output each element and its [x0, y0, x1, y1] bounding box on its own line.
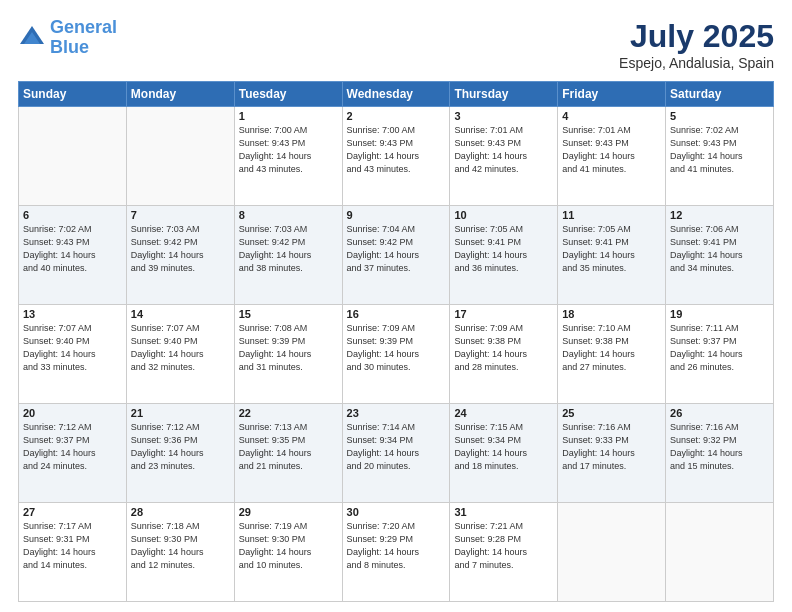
logo-icon: [18, 24, 46, 52]
logo-general: General: [50, 17, 117, 37]
table-row: 1Sunrise: 7:00 AM Sunset: 9:43 PM Daylig…: [234, 107, 342, 206]
day-info: Sunrise: 7:01 AM Sunset: 9:43 PM Dayligh…: [562, 124, 661, 176]
day-number: 9: [347, 209, 446, 221]
day-info: Sunrise: 7:18 AM Sunset: 9:30 PM Dayligh…: [131, 520, 230, 572]
day-number: 2: [347, 110, 446, 122]
title-block: July 2025 Espejo, Andalusia, Spain: [619, 18, 774, 71]
day-info: Sunrise: 7:03 AM Sunset: 9:42 PM Dayligh…: [239, 223, 338, 275]
day-number: 17: [454, 308, 553, 320]
table-row: 21Sunrise: 7:12 AM Sunset: 9:36 PM Dayli…: [126, 404, 234, 503]
day-info: Sunrise: 7:07 AM Sunset: 9:40 PM Dayligh…: [131, 322, 230, 374]
day-number: 13: [23, 308, 122, 320]
day-number: 7: [131, 209, 230, 221]
day-number: 11: [562, 209, 661, 221]
table-row: 27Sunrise: 7:17 AM Sunset: 9:31 PM Dayli…: [19, 503, 127, 602]
day-number: 1: [239, 110, 338, 122]
calendar: Sunday Monday Tuesday Wednesday Thursday…: [18, 81, 774, 602]
day-info: Sunrise: 7:16 AM Sunset: 9:33 PM Dayligh…: [562, 421, 661, 473]
calendar-week-row: 20Sunrise: 7:12 AM Sunset: 9:37 PM Dayli…: [19, 404, 774, 503]
col-tuesday: Tuesday: [234, 82, 342, 107]
table-row: 29Sunrise: 7:19 AM Sunset: 9:30 PM Dayli…: [234, 503, 342, 602]
day-info: Sunrise: 7:12 AM Sunset: 9:36 PM Dayligh…: [131, 421, 230, 473]
table-row: 23Sunrise: 7:14 AM Sunset: 9:34 PM Dayli…: [342, 404, 450, 503]
day-info: Sunrise: 7:15 AM Sunset: 9:34 PM Dayligh…: [454, 421, 553, 473]
table-row: 20Sunrise: 7:12 AM Sunset: 9:37 PM Dayli…: [19, 404, 127, 503]
day-info: Sunrise: 7:07 AM Sunset: 9:40 PM Dayligh…: [23, 322, 122, 374]
day-info: Sunrise: 7:08 AM Sunset: 9:39 PM Dayligh…: [239, 322, 338, 374]
col-friday: Friday: [558, 82, 666, 107]
day-info: Sunrise: 7:16 AM Sunset: 9:32 PM Dayligh…: [670, 421, 769, 473]
col-wednesday: Wednesday: [342, 82, 450, 107]
col-saturday: Saturday: [666, 82, 774, 107]
day-info: Sunrise: 7:06 AM Sunset: 9:41 PM Dayligh…: [670, 223, 769, 275]
table-row: 9Sunrise: 7:04 AM Sunset: 9:42 PM Daylig…: [342, 206, 450, 305]
table-row: 11Sunrise: 7:05 AM Sunset: 9:41 PM Dayli…: [558, 206, 666, 305]
day-info: Sunrise: 7:01 AM Sunset: 9:43 PM Dayligh…: [454, 124, 553, 176]
table-row: 30Sunrise: 7:20 AM Sunset: 9:29 PM Dayli…: [342, 503, 450, 602]
day-info: Sunrise: 7:13 AM Sunset: 9:35 PM Dayligh…: [239, 421, 338, 473]
table-row: [558, 503, 666, 602]
day-number: 20: [23, 407, 122, 419]
day-info: Sunrise: 7:04 AM Sunset: 9:42 PM Dayligh…: [347, 223, 446, 275]
logo: General Blue: [18, 18, 117, 58]
day-info: Sunrise: 7:05 AM Sunset: 9:41 PM Dayligh…: [562, 223, 661, 275]
table-row: 5Sunrise: 7:02 AM Sunset: 9:43 PM Daylig…: [666, 107, 774, 206]
table-row: 8Sunrise: 7:03 AM Sunset: 9:42 PM Daylig…: [234, 206, 342, 305]
table-row: 10Sunrise: 7:05 AM Sunset: 9:41 PM Dayli…: [450, 206, 558, 305]
table-row: 14Sunrise: 7:07 AM Sunset: 9:40 PM Dayli…: [126, 305, 234, 404]
day-number: 29: [239, 506, 338, 518]
calendar-week-row: 13Sunrise: 7:07 AM Sunset: 9:40 PM Dayli…: [19, 305, 774, 404]
table-row: 24Sunrise: 7:15 AM Sunset: 9:34 PM Dayli…: [450, 404, 558, 503]
col-monday: Monday: [126, 82, 234, 107]
day-number: 6: [23, 209, 122, 221]
table-row: 4Sunrise: 7:01 AM Sunset: 9:43 PM Daylig…: [558, 107, 666, 206]
location: Espejo, Andalusia, Spain: [619, 55, 774, 71]
day-number: 8: [239, 209, 338, 221]
day-info: Sunrise: 7:12 AM Sunset: 9:37 PM Dayligh…: [23, 421, 122, 473]
calendar-week-row: 6Sunrise: 7:02 AM Sunset: 9:43 PM Daylig…: [19, 206, 774, 305]
day-info: Sunrise: 7:10 AM Sunset: 9:38 PM Dayligh…: [562, 322, 661, 374]
day-number: 4: [562, 110, 661, 122]
day-info: Sunrise: 7:02 AM Sunset: 9:43 PM Dayligh…: [23, 223, 122, 275]
day-info: Sunrise: 7:11 AM Sunset: 9:37 PM Dayligh…: [670, 322, 769, 374]
table-row: [126, 107, 234, 206]
day-info: Sunrise: 7:14 AM Sunset: 9:34 PM Dayligh…: [347, 421, 446, 473]
day-number: 10: [454, 209, 553, 221]
day-info: Sunrise: 7:19 AM Sunset: 9:30 PM Dayligh…: [239, 520, 338, 572]
day-number: 15: [239, 308, 338, 320]
day-number: 14: [131, 308, 230, 320]
day-number: 21: [131, 407, 230, 419]
month-year: July 2025: [619, 18, 774, 55]
day-number: 5: [670, 110, 769, 122]
table-row: 16Sunrise: 7:09 AM Sunset: 9:39 PM Dayli…: [342, 305, 450, 404]
day-number: 28: [131, 506, 230, 518]
day-number: 22: [239, 407, 338, 419]
day-info: Sunrise: 7:05 AM Sunset: 9:41 PM Dayligh…: [454, 223, 553, 275]
table-row: 31Sunrise: 7:21 AM Sunset: 9:28 PM Dayli…: [450, 503, 558, 602]
table-row: 19Sunrise: 7:11 AM Sunset: 9:37 PM Dayli…: [666, 305, 774, 404]
day-number: 24: [454, 407, 553, 419]
table-row: [666, 503, 774, 602]
day-info: Sunrise: 7:17 AM Sunset: 9:31 PM Dayligh…: [23, 520, 122, 572]
day-info: Sunrise: 7:20 AM Sunset: 9:29 PM Dayligh…: [347, 520, 446, 572]
day-number: 3: [454, 110, 553, 122]
table-row: 15Sunrise: 7:08 AM Sunset: 9:39 PM Dayli…: [234, 305, 342, 404]
table-row: 13Sunrise: 7:07 AM Sunset: 9:40 PM Dayli…: [19, 305, 127, 404]
day-number: 18: [562, 308, 661, 320]
calendar-header-row: Sunday Monday Tuesday Wednesday Thursday…: [19, 82, 774, 107]
logo-text: General Blue: [50, 18, 117, 58]
table-row: 28Sunrise: 7:18 AM Sunset: 9:30 PM Dayli…: [126, 503, 234, 602]
table-row: 25Sunrise: 7:16 AM Sunset: 9:33 PM Dayli…: [558, 404, 666, 503]
day-info: Sunrise: 7:09 AM Sunset: 9:39 PM Dayligh…: [347, 322, 446, 374]
day-number: 23: [347, 407, 446, 419]
table-row: 6Sunrise: 7:02 AM Sunset: 9:43 PM Daylig…: [19, 206, 127, 305]
calendar-week-row: 27Sunrise: 7:17 AM Sunset: 9:31 PM Dayli…: [19, 503, 774, 602]
day-number: 26: [670, 407, 769, 419]
table-row: 7Sunrise: 7:03 AM Sunset: 9:42 PM Daylig…: [126, 206, 234, 305]
day-number: 12: [670, 209, 769, 221]
logo-blue: Blue: [50, 37, 89, 57]
day-number: 27: [23, 506, 122, 518]
table-row: 22Sunrise: 7:13 AM Sunset: 9:35 PM Dayli…: [234, 404, 342, 503]
col-thursday: Thursday: [450, 82, 558, 107]
table-row: 2Sunrise: 7:00 AM Sunset: 9:43 PM Daylig…: [342, 107, 450, 206]
